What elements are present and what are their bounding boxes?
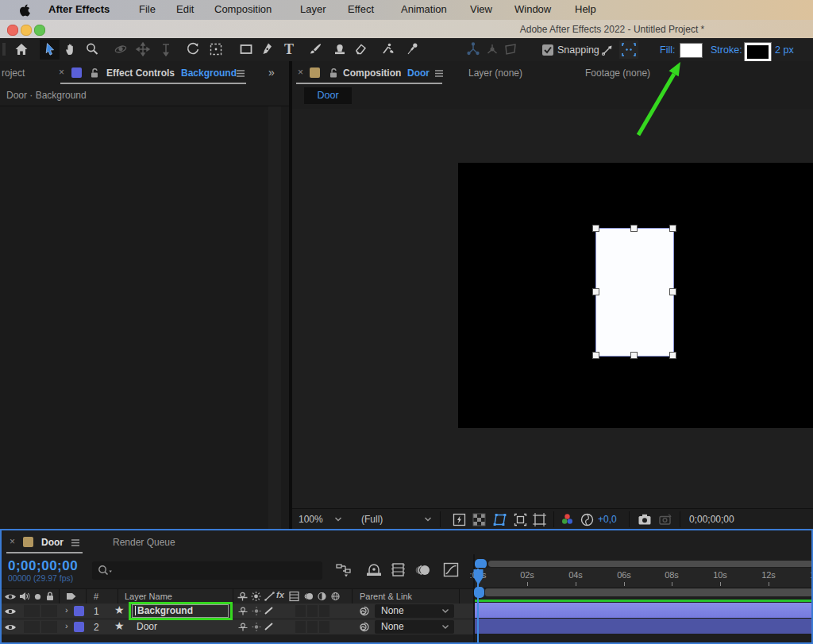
motion-blur-icon[interactable]	[414, 562, 432, 578]
quality-switch-icon[interactable]	[263, 605, 275, 616]
layer-name[interactable]: Door	[137, 621, 157, 632]
selection-handle[interactable]	[592, 225, 599, 232]
channel-settings-icon[interactable]	[560, 512, 575, 527]
solo-cell[interactable]	[41, 605, 57, 617]
transparency-grid-icon[interactable]	[472, 513, 486, 526]
fill-color-swatch[interactable]	[680, 43, 703, 58]
panel-menu-icon[interactable]	[433, 68, 445, 78]
snap-features-box[interactable]	[619, 40, 638, 59]
menu-effect[interactable]: Effect	[348, 3, 374, 15]
zoom-tool-icon[interactable]	[84, 41, 100, 57]
graph-editor-icon[interactable]	[442, 561, 460, 578]
eraser-tool-icon[interactable]	[353, 41, 368, 57]
menu-file[interactable]: File	[139, 3, 156, 15]
shy-switch-icon[interactable]	[237, 606, 249, 616]
close-timeline-icon[interactable]: ×	[10, 536, 15, 547]
selection-handle[interactable]	[630, 352, 638, 359]
region-of-interest-icon[interactable]	[513, 512, 528, 527]
switch-cell[interactable]	[307, 621, 318, 633]
left-panel-scrollbar[interactable]	[268, 106, 281, 529]
type-tool-icon[interactable]: T	[281, 40, 297, 58]
menu-help[interactable]: Help	[575, 3, 596, 15]
parent-dropdown[interactable]: None	[375, 604, 454, 618]
local-axis-mode-icon[interactable]	[465, 41, 481, 57]
rectangle-tool-icon[interactable]	[238, 41, 254, 57]
switch-cell[interactable]	[295, 621, 306, 633]
panel-menu-icon[interactable]	[235, 68, 246, 78]
eye-icon[interactable]	[4, 607, 17, 616]
collapse-switch-icon[interactable]	[251, 622, 262, 632]
tab-footage[interactable]: Footage (none)	[585, 67, 650, 79]
brush-tool-icon[interactable]	[307, 41, 323, 57]
selection-handle[interactable]	[669, 352, 676, 359]
close-window-button[interactable]	[7, 25, 18, 36]
grid-guides-icon[interactable]	[532, 512, 548, 527]
solo-cell[interactable]	[41, 621, 57, 633]
switch-cell[interactable]	[319, 605, 329, 617]
zoom-window-button[interactable]	[34, 25, 45, 36]
timeline-search-input[interactable]	[92, 561, 322, 580]
tab-project[interactable]: roject	[2, 67, 25, 79]
switch-cell[interactable]	[307, 605, 318, 617]
white-rectangle-layer[interactable]	[595, 228, 674, 357]
column-parent-link[interactable]: Parent & Link	[360, 592, 412, 601]
layer-bar-background[interactable]	[475, 603, 813, 618]
composition-mini-flowchart-icon[interactable]	[335, 562, 354, 578]
more-tabs-icon[interactable]: »	[268, 66, 275, 79]
expander-icon[interactable]: ›	[65, 621, 68, 631]
composition-canvas[interactable]	[458, 163, 813, 428]
puppet-pin-tool-icon[interactable]	[405, 41, 421, 57]
selection-handle[interactable]	[669, 225, 676, 232]
work-area-bar[interactable]	[485, 588, 813, 596]
audio-cell[interactable]	[24, 605, 40, 617]
tab-render-queue[interactable]: Render Queue	[113, 537, 175, 548]
chevron-down-icon[interactable]	[334, 516, 342, 523]
tab-composition-target[interactable]: Door	[407, 67, 430, 79]
mask-visibility-icon[interactable]	[492, 512, 508, 527]
tab-timeline-door[interactable]: Door	[41, 537, 64, 548]
rotate-tool-icon[interactable]	[185, 41, 201, 57]
layer-label-swatch[interactable]	[74, 622, 84, 632]
playhead-head[interactable]	[472, 569, 484, 586]
close-effect-controls-icon[interactable]: ×	[59, 67, 64, 78]
menu-edit[interactable]: Edit	[176, 3, 194, 15]
menu-composition[interactable]: Composition	[214, 3, 272, 15]
show-snapshot-icon[interactable]	[657, 512, 673, 527]
audio-cell[interactable]	[24, 621, 40, 633]
panel-menu-icon[interactable]	[70, 538, 81, 547]
layer-row-door[interactable]: › 2 ★ Door None	[0, 619, 473, 634]
draft-3d-icon[interactable]	[365, 562, 383, 578]
parent-dropdown[interactable]: None	[375, 620, 454, 634]
menu-layer[interactable]: Layer	[300, 3, 326, 15]
minimize-window-button[interactable]	[21, 25, 32, 36]
column-layer-name[interactable]: Layer Name	[125, 592, 172, 601]
view-axis-mode-icon[interactable]	[503, 41, 518, 57]
lock-icon[interactable]	[89, 67, 100, 79]
pan-camera-tool-icon[interactable]	[135, 41, 151, 57]
selection-handle[interactable]	[669, 288, 676, 295]
timeline-current-time[interactable]: 0;00;00;00	[8, 558, 78, 574]
zoom-level-dropdown[interactable]: 100%	[299, 514, 323, 525]
tab-layer[interactable]: Layer (none)	[468, 67, 522, 79]
menu-animation[interactable]: Animation	[401, 3, 447, 15]
dolly-camera-tool-icon[interactable]	[158, 41, 174, 57]
tab-effect-controls[interactable]: Effect Controls	[106, 67, 175, 79]
fill-label[interactable]: Fill:	[660, 44, 675, 56]
composition-panel-swatch[interactable]	[310, 67, 320, 78]
clone-stamp-tool-icon[interactable]	[332, 41, 348, 57]
menu-view[interactable]: View	[470, 3, 492, 15]
lock-icon[interactable]	[328, 67, 339, 79]
layer-bar-door[interactable]	[475, 619, 813, 634]
quality-switch-icon[interactable]	[263, 621, 275, 632]
selection-handle[interactable]	[592, 288, 599, 295]
frame-blending-icon[interactable]	[390, 561, 407, 578]
home-tool-icon[interactable]	[13, 41, 29, 57]
camera-tool-icon[interactable]	[208, 41, 224, 57]
selection-handle[interactable]	[630, 225, 638, 232]
snapping-checkbox[interactable]	[542, 44, 553, 56]
close-composition-icon[interactable]: ×	[298, 67, 303, 78]
timeline-panel-swatch[interactable]	[23, 537, 33, 547]
expander-icon[interactable]: ›	[65, 605, 68, 615]
roto-brush-tool-icon[interactable]	[380, 41, 395, 57]
pen-tool-icon[interactable]	[260, 41, 275, 57]
